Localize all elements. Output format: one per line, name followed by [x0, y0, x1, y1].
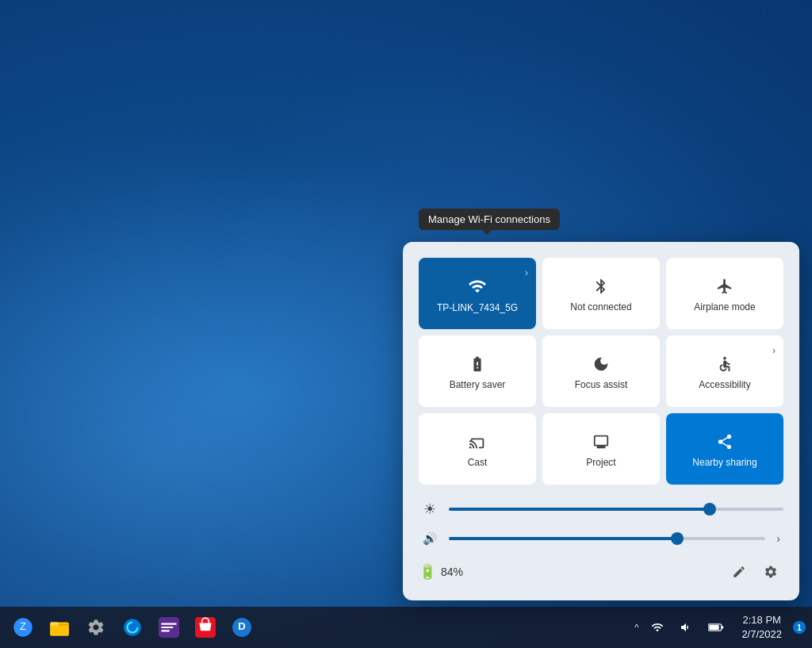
taskbar-file-explorer[interactable]	[43, 611, 76, 644]
brightness-track[interactable]	[449, 508, 783, 511]
volume-arrow-icon[interactable]: ›	[773, 529, 783, 548]
edit-button[interactable]	[726, 559, 752, 585]
taskbar-zoom[interactable]: Z	[6, 611, 40, 644]
project-label: Project	[586, 457, 615, 468]
volume-slider-row: 🔊 ›	[419, 529, 783, 548]
taskbar-dell[interactable]: D	[225, 611, 259, 644]
battery-icon: 🔋	[419, 563, 436, 581]
taskbar-date: 2/7/2022	[741, 627, 782, 642]
settings-button[interactable]	[758, 559, 783, 585]
svg-rect-4	[50, 623, 59, 626]
bluetooth-label: Not connected	[570, 301, 631, 312]
focus-icon	[592, 355, 610, 373]
volume-track[interactable]	[449, 537, 765, 540]
desktop: Manage Wi-Fi connections › TP-LINK_7434_…	[0, 0, 812, 648]
tile-project[interactable]: Project	[542, 413, 660, 485]
svg-text:Z: Z	[20, 620, 26, 632]
tile-bluetooth[interactable]: Not connected	[542, 258, 660, 329]
accessibility-label: Accessibility	[699, 379, 750, 390]
taskbar-app5[interactable]	[152, 611, 186, 644]
battery-label: 84%	[441, 566, 463, 578]
brightness-slider-row: ☀	[419, 500, 783, 518]
bluetooth-icon	[592, 278, 610, 295]
svg-text:D: D	[238, 620, 245, 632]
tile-accessibility[interactable]: › Accessibility	[666, 336, 783, 407]
panel-actions	[726, 559, 783, 585]
tooltip-text: Manage Wi-Fi connections	[428, 213, 550, 225]
taskbar-store[interactable]	[189, 611, 222, 644]
nearby-sharing-label: Nearby sharing	[692, 457, 756, 468]
taskbar-edge[interactable]	[116, 611, 149, 644]
wifi-icon	[468, 277, 487, 296]
panel-bottom: 🔋 84%	[419, 559, 783, 585]
notification-badge[interactable]: 1	[793, 621, 806, 634]
nearby-sharing-icon	[716, 433, 733, 451]
airplane-label: Airplane mode	[694, 301, 755, 312]
svg-rect-13	[710, 625, 720, 630]
brightness-thumb[interactable]	[703, 503, 716, 516]
wifi-tooltip: Manage Wi-Fi connections	[419, 209, 560, 230]
tile-cast[interactable]: Cast	[419, 413, 536, 485]
quick-settings-panel: Manage Wi-Fi connections › TP-LINK_7434_…	[403, 242, 799, 600]
accessibility-icon	[716, 355, 733, 373]
taskbar-chevron[interactable]: ^	[631, 618, 642, 637]
tile-battery-saver[interactable]: Battery saver	[419, 336, 536, 407]
taskbar-right: ^ 2:18 PM 2/7/2022	[631, 612, 806, 643]
taskbar-settings[interactable]	[79, 611, 113, 644]
quick-tiles-grid: › TP-LINK_7434_5G Not connected	[419, 258, 783, 485]
volume-fill	[449, 537, 677, 540]
airplane-icon	[716, 278, 733, 295]
wifi-expand-icon: ›	[525, 267, 528, 278]
battery-saver-label: Battery saver	[450, 379, 506, 390]
volume-thumb[interactable]	[671, 532, 684, 545]
taskbar-battery-icon[interactable]	[702, 619, 730, 636]
cast-label: Cast	[468, 457, 488, 468]
brightness-fill	[449, 508, 710, 511]
taskbar-volume-icon[interactable]	[673, 618, 699, 637]
tile-airplane[interactable]: Airplane mode	[666, 258, 783, 329]
battery-info: 🔋 84%	[419, 563, 463, 581]
taskbar-time: 2:18 PM	[742, 613, 780, 627]
wifi-label: TP-LINK_7434_5G	[437, 302, 518, 313]
project-icon	[592, 433, 610, 451]
svg-rect-6	[161, 623, 177, 625]
taskbar-left: Z	[6, 611, 259, 644]
focus-label: Focus assist	[575, 379, 628, 390]
battery-saver-icon	[469, 355, 486, 373]
notification-count: 1	[797, 623, 802, 632]
tile-focus[interactable]: Focus assist	[542, 336, 660, 407]
cast-icon	[469, 433, 486, 451]
svg-point-0	[723, 357, 726, 360]
taskbar-network-icon[interactable]	[645, 618, 670, 637]
tile-nearby-sharing[interactable]: Nearby sharing	[666, 413, 783, 485]
taskbar: Z	[0, 607, 812, 648]
svg-rect-7	[161, 627, 173, 628]
tile-wifi[interactable]: › TP-LINK_7434_5G	[419, 258, 536, 329]
svg-rect-8	[161, 630, 170, 631]
taskbar-clock[interactable]: 2:18 PM 2/7/2022	[733, 612, 790, 643]
svg-rect-14	[722, 626, 724, 628]
brightness-icon: ☀	[419, 500, 441, 518]
accessibility-expand-icon: ›	[772, 345, 776, 356]
volume-icon: 🔊	[419, 531, 441, 546]
